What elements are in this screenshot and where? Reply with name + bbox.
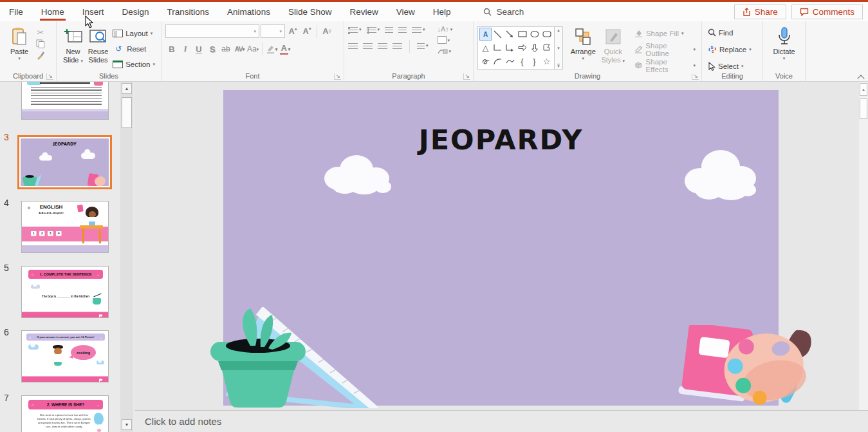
thumbnail-scroll-up-icon[interactable]: ▲ <box>122 83 132 94</box>
increase-indent-icon[interactable] <box>398 27 407 34</box>
tab-file[interactable]: File <box>0 2 32 21</box>
tab-slideshow[interactable]: Slide Show <box>279 2 341 21</box>
gallery-more-icon[interactable]: ▾ <box>557 64 560 68</box>
replace-button[interactable]: b c Replace▾ <box>706 42 753 56</box>
tab-home[interactable]: Home <box>32 2 73 21</box>
comments-button[interactable]: Comments <box>791 5 863 19</box>
thumbnail-scrollbar[interactable]: ▲ ▼ <box>120 82 133 432</box>
notes-pane[interactable]: Click to add notes <box>134 410 868 432</box>
clipboard-dialog-launcher[interactable]: ↘ <box>46 73 53 80</box>
dictate-button[interactable]: Dictate ▾ <box>769 24 800 61</box>
thumbnail-scrollbar-thumb[interactable] <box>122 97 132 128</box>
tab-view[interactable]: View <box>387 2 424 21</box>
text-direction-button[interactable]: ↓A↑▾ <box>438 26 453 33</box>
shape-fill-button[interactable]: Shape Fill▾ <box>632 26 697 40</box>
slide-4-thumbnail[interactable]: ENGLISH A-B-C-D-E...English! 1 2 3 4 <box>21 201 109 253</box>
shrink-font-button[interactable]: A▾ <box>300 25 313 38</box>
shape-outline-button[interactable]: Shape Outline▾ <box>632 42 697 56</box>
slide-2-thumbnail[interactable] <box>21 82 109 120</box>
gallery-down-icon[interactable]: ▾ <box>557 46 560 51</box>
reset-button[interactable]: ↺ Reset <box>111 42 157 55</box>
block-arrow-right-icon[interactable] <box>516 41 528 54</box>
paste-dropdown[interactable]: ▾ <box>18 56 21 61</box>
rectangle-shape-icon[interactable] <box>516 28 528 41</box>
rounded-rectangle-shape-icon[interactable] <box>540 28 553 41</box>
quick-styles-button[interactable]: Quick Styles ▾ <box>598 24 627 64</box>
left-brace-shape-icon[interactable]: { <box>516 55 528 68</box>
align-right-icon[interactable] <box>378 43 387 50</box>
font-name-combo[interactable]: ▾ <box>165 24 259 38</box>
change-case-button[interactable]: Aa▾ <box>246 42 259 55</box>
section-button[interactable]: Section▾ <box>111 57 157 71</box>
slide-5-thumbnail[interactable]: ⌂ 1. COMPLETE THE SENTENCE → The boy is … <box>21 266 109 318</box>
text-shadow-button[interactable]: S <box>206 42 219 55</box>
oval-shape-icon[interactable] <box>528 28 540 41</box>
copy-icon[interactable] <box>35 39 46 49</box>
justify-icon[interactable] <box>392 43 402 50</box>
clear-formatting-button[interactable]: A◊ <box>320 25 333 38</box>
triangle-shape-icon[interactable]: △ <box>479 41 492 54</box>
slide-3-thumbnail-selected[interactable]: JEOPARDY <box>17 135 112 189</box>
line-spacing-button[interactable]: ▾ <box>412 27 425 34</box>
grow-font-button[interactable]: A▴ <box>286 25 299 38</box>
align-left-icon[interactable] <box>348 43 358 50</box>
decrease-indent-icon[interactable] <box>385 27 393 34</box>
drawing-dialog-launcher[interactable]: ↘ <box>692 73 699 80</box>
gallery-up-icon[interactable]: ▴ <box>557 28 560 33</box>
numbering-button[interactable]: ▾ <box>367 27 380 34</box>
italic-button[interactable]: I <box>179 42 192 55</box>
tab-animations[interactable]: Animations <box>218 2 279 21</box>
arrow-shape-icon[interactable] <box>504 28 516 41</box>
tab-transitions[interactable]: Transitions <box>158 2 219 21</box>
format-painter-icon[interactable] <box>35 50 46 61</box>
cut-icon[interactable]: ✂ <box>35 27 46 37</box>
new-slide-button[interactable]: New Slide ▾ <box>60 24 86 64</box>
paragraph-dialog-launcher[interactable]: ↘ <box>463 73 470 80</box>
highlight-button[interactable]: ▾ <box>265 42 278 55</box>
tab-help[interactable]: Help <box>424 2 460 21</box>
reuse-slides-button[interactable]: Reuse Slides <box>86 24 111 64</box>
character-spacing-button[interactable]: AV▾ <box>233 42 246 55</box>
block-arrow-down-icon[interactable] <box>528 41 540 54</box>
smartart-button[interactable]: ▾ <box>438 47 453 55</box>
notes-placeholder[interactable]: Click to add notes <box>145 416 221 427</box>
line-shape-icon[interactable] <box>492 28 504 41</box>
bullets-button[interactable]: ▾ <box>348 27 362 34</box>
slide-7-thumbnail[interactable]: ⌂ 2. WHERE IS SHE? → She went to a place… <box>21 395 109 432</box>
find-button[interactable]: Find <box>706 26 753 39</box>
paste-button[interactable]: Paste ▾ <box>4 24 35 61</box>
strikethrough-button[interactable]: ab <box>219 42 232 55</box>
font-size-combo[interactable]: ▾ <box>261 24 285 38</box>
align-text-button[interactable]: ▾ <box>438 36 453 44</box>
main-scrollbar-thumb[interactable] <box>860 99 867 119</box>
elbow-arrow-connector-icon[interactable] <box>504 41 516 54</box>
layout-button[interactable]: Layout▾ <box>111 26 157 40</box>
select-button[interactable]: Select▾ <box>706 59 753 73</box>
share-button[interactable]: Share <box>734 5 786 19</box>
font-color-button[interactable]: A ▾ <box>279 42 291 55</box>
shape-effects-button[interactable]: Shape Effects▾ <box>632 59 697 72</box>
shape-gallery[interactable]: A △ { } ☆ <box>477 26 555 70</box>
font-dialog-launcher[interactable]: ↘ <box>334 73 341 80</box>
tab-design[interactable]: Design <box>113 2 158 21</box>
shape-gallery-scroll[interactable]: ▴ ▾ ▾ <box>555 26 563 70</box>
scribble-shape-icon[interactable] <box>479 55 492 68</box>
slide-6-thumbnail[interactable]: ⌂ If your answer is correct, you win 10 … <box>21 330 109 382</box>
main-scroll-up-icon[interactable]: ▲ <box>860 83 867 96</box>
right-brace-shape-icon[interactable]: } <box>528 55 540 68</box>
arc-shape-icon[interactable] <box>492 55 504 68</box>
underline-button[interactable]: U <box>192 42 205 55</box>
arrange-button[interactable]: Arrange ▾ <box>568 24 598 61</box>
curve-shape-icon[interactable] <box>504 55 516 68</box>
star-shape-icon[interactable]: ☆ <box>540 55 553 68</box>
freeform-shape-icon[interactable] <box>540 41 553 54</box>
tab-review[interactable]: Review <box>340 2 387 21</box>
bold-button[interactable]: B <box>165 42 178 55</box>
elbow-connector-icon[interactable] <box>492 41 504 54</box>
collapse-ribbon-icon[interactable] <box>858 73 864 79</box>
main-scrollbar[interactable]: ▲ <box>859 82 868 410</box>
align-center-icon[interactable] <box>363 43 373 50</box>
columns-button[interactable]: ▾ <box>417 43 429 50</box>
search-box[interactable]: Search <box>483 7 524 17</box>
textbox-shape-icon[interactable]: A <box>479 28 492 41</box>
